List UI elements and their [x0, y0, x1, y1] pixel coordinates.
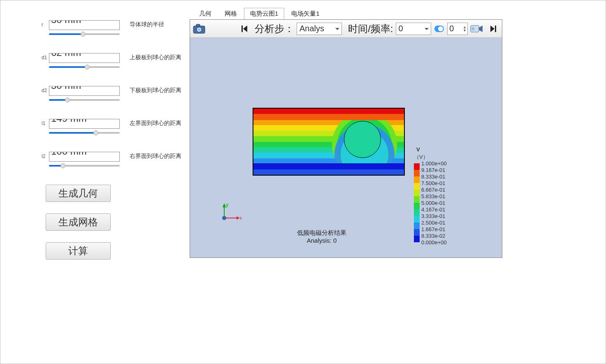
legend-unit: （V）: [414, 153, 447, 161]
legend-value: 6.667e-01: [421, 187, 446, 193]
legend-swatch: [414, 203, 420, 209]
param-row-l1: l1 149 mm 左界面到球心的距离: [5, 119, 190, 136]
parameter-panel: r 30 mm 导体球的半径 d1 62 mm 上极板到球心的距离 d2 50 …: [5, 8, 190, 359]
svg-rect-4: [241, 26, 243, 32]
param-row-d2: d2 50 mm 下极板到球心的距离: [5, 86, 190, 103]
legend-value: 9.167e-01: [421, 167, 446, 173]
result-caption-line1: 低频电磁分析结果: [297, 229, 346, 237]
legend-swatch: [414, 209, 420, 216]
param-tag: d2: [42, 86, 49, 93]
param-row-r: r 30 mm 导体球的半径: [5, 20, 190, 37]
param-input-r[interactable]: 30 mm: [49, 20, 120, 30]
contour-plot: [253, 108, 405, 176]
param-label: 上极板到球心的距离: [120, 53, 190, 61]
frame-spinner-value: 0: [449, 24, 454, 33]
analysis-step-label: 分析步：: [253, 22, 296, 35]
param-input-d2[interactable]: 50 mm: [49, 86, 120, 96]
legend-swatch: [414, 183, 420, 190]
frame-spinner[interactable]: 0 ▴▾: [447, 23, 468, 35]
legend-value: 5.000e-01: [421, 200, 446, 206]
video-camera-icon: [470, 24, 483, 33]
param-slider-l1[interactable]: [49, 130, 120, 136]
svg-marker-7: [479, 26, 483, 32]
param-slider-l2[interactable]: [49, 162, 120, 169]
tab-1[interactable]: 网格: [218, 8, 243, 19]
param-input-d1[interactable]: 62 mm: [49, 53, 120, 63]
legend-value: 3.333e-01: [421, 213, 446, 219]
svg-marker-13: [237, 216, 240, 220]
legend-value: 1.000e+00: [421, 160, 447, 167]
record-button[interactable]: [469, 21, 484, 36]
param-slider-d1[interactable]: [49, 64, 120, 70]
svg-rect-10: [495, 26, 496, 32]
conductor-sphere: [344, 121, 381, 158]
param-slider-d2[interactable]: [49, 97, 120, 103]
legend-swatch: [414, 216, 420, 223]
spinner-arrows-icon: ▴▾: [464, 26, 466, 32]
param-tag: l1: [42, 119, 49, 126]
param-row-d1: d1 62 mm 上极板到球心的距离: [5, 53, 190, 70]
time-freq-select[interactable]: 0: [396, 23, 431, 35]
legend-swatch: [414, 163, 420, 170]
svg-marker-5: [243, 26, 247, 32]
legend-value: 5.833e-01: [421, 193, 446, 199]
legend-swatch: [414, 170, 420, 176]
svg-point-8: [471, 27, 475, 30]
tab-0[interactable]: 几何: [193, 8, 218, 19]
param-tag: d1: [42, 53, 49, 60]
svg-rect-1: [196, 24, 200, 26]
param-input-l2[interactable]: 100 mm: [49, 152, 120, 162]
generate-mesh-button[interactable]: 生成网格: [46, 213, 111, 231]
analysis-step-value: Analys: [300, 24, 324, 33]
result-caption: 低频电磁分析结果 Analysis: 0: [297, 229, 346, 244]
legend-value: 2.500e-01: [421, 220, 446, 226]
legend-swatch: [414, 236, 420, 242]
legend-swatch: [414, 242, 420, 249]
param-slider-r[interactable]: [49, 31, 120, 37]
legend-swatch: [414, 196, 420, 203]
compute-button[interactable]: 计算: [46, 242, 111, 260]
param-label: 下极板到球心的距离: [120, 86, 190, 94]
view-tabs: 几何网格电势云图1电场矢量1: [190, 8, 601, 19]
analysis-step-select[interactable]: Analys: [297, 23, 342, 35]
param-tag: r: [42, 20, 49, 28]
step-first-button[interactable]: [237, 21, 252, 36]
color-legend: V （V） 1.000e+00 9.167e-01 8.333e-01 7.50…: [414, 146, 447, 249]
generate-geometry-button[interactable]: 生成几何: [46, 185, 111, 202]
sync-toggle[interactable]: [434, 26, 444, 32]
legend-title: V: [416, 146, 447, 153]
param-tag: l2: [42, 152, 49, 159]
viewer-toolbar: 分析步： Analys 时间/频率: 0 0 ▴▾: [190, 20, 502, 38]
svg-marker-9: [490, 26, 495, 32]
param-input-l1[interactable]: 149 mm: [49, 119, 120, 129]
svg-point-3: [198, 28, 200, 31]
legend-value: 0.000e+00: [421, 239, 447, 246]
time-freq-value: 0: [399, 24, 403, 33]
legend-value: 8.333e-01: [421, 174, 446, 180]
camera-icon: [193, 24, 205, 34]
legend-row: 0.000e+00: [414, 242, 447, 249]
legend-swatch: [414, 190, 420, 196]
svg-marker-16: [223, 203, 226, 207]
tab-3[interactable]: 电场矢量1: [285, 8, 325, 19]
legend-swatch: [414, 229, 420, 236]
screenshot-button[interactable]: [192, 21, 207, 36]
param-row-l2: l2 100 mm 右界面到球心的距离: [5, 152, 190, 169]
legend-swatch: [414, 176, 420, 183]
param-label: 导体球的半径: [120, 20, 190, 28]
step-last-button[interactable]: [485, 21, 500, 36]
axis-triad: x y: [217, 202, 241, 227]
param-label: 右界面到球心的距离: [120, 152, 190, 160]
viewer-frame: 分析步： Analys 时间/频率: 0 0 ▴▾: [190, 19, 502, 258]
skip-end-icon: [489, 25, 497, 33]
result-canvas[interactable]: x y 低频电磁分析结果 Analysis: 0 V （V） 1.000e+00: [190, 38, 502, 257]
svg-text:y: y: [226, 202, 228, 208]
legend-swatch: [414, 223, 420, 229]
svg-text:x: x: [240, 215, 241, 221]
legend-value: 1.667e-01: [421, 226, 446, 232]
tab-2[interactable]: 电势云图1: [244, 8, 284, 20]
legend-value: 7.500e-01: [421, 180, 446, 186]
legend-value: 4.167e-01: [421, 206, 446, 213]
legend-value: 8.333e-02: [421, 233, 446, 239]
result-caption-line2: Analysis: 0: [297, 237, 346, 244]
